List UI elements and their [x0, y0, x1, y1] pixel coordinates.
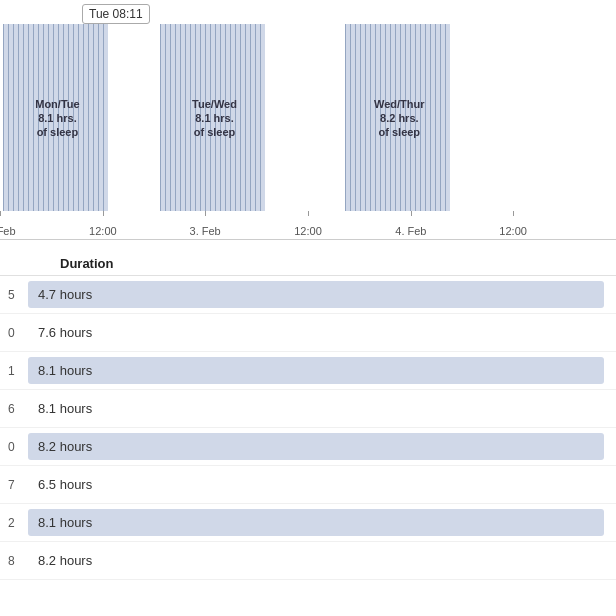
- table-row: 18.1 hours: [0, 352, 616, 390]
- time-label-3: 12:00: [294, 225, 322, 237]
- row-number: 8: [8, 554, 28, 568]
- row-number: 1: [8, 364, 28, 378]
- table-body: 54.7 hours07.6 hours18.1 hours68.1 hours…: [0, 276, 616, 580]
- table-row: 07.6 hours: [0, 314, 616, 352]
- row-number: 5: [8, 288, 28, 302]
- table-section: Duration 54.7 hours07.6 hours18.1 hours6…: [0, 240, 616, 580]
- sleep-label-1: Tue/Wed8.1 hrs.of sleep: [168, 96, 261, 139]
- table-row: 76.5 hours: [0, 466, 616, 504]
- duration-cell: 4.7 hours: [28, 281, 604, 308]
- time-label-1: 12:00: [89, 225, 117, 237]
- row-number: 0: [8, 326, 28, 340]
- time-axis: 2. Feb12:003. Feb12:004. Feb12:00: [0, 211, 616, 239]
- table-row: 08.2 hours: [0, 428, 616, 466]
- table-header: Duration: [0, 250, 616, 276]
- duration-cell: 6.5 hours: [28, 471, 604, 498]
- sleep-block-0: Mon/Tue8.1 hrs.of sleep: [3, 24, 108, 211]
- time-label-2: 3. Feb: [190, 225, 221, 237]
- sleep-label-2: Wed/Thur8.2 hrs.of sleep: [353, 96, 446, 139]
- duration-cell: 8.1 hours: [28, 509, 604, 536]
- tooltip-label: Tue 08:11: [89, 7, 143, 21]
- row-number: 7: [8, 478, 28, 492]
- row-number: 0: [8, 440, 28, 454]
- duration-cell: 8.1 hours: [28, 395, 604, 422]
- time-label-0: 2. Feb: [0, 225, 16, 237]
- chart-container: Tue 08:11 Mon/Tue8.1 hrs.of sleepTue/Wed…: [0, 0, 616, 240]
- table-row: 28.1 hours: [0, 504, 616, 542]
- sleep-block-1: Tue/Wed8.1 hrs.of sleep: [160, 24, 265, 211]
- duration-cell: 8.2 hours: [28, 547, 604, 574]
- time-label-4: 4. Feb: [395, 225, 426, 237]
- row-number: 6: [8, 402, 28, 416]
- table-row: 68.1 hours: [0, 390, 616, 428]
- tooltip: Tue 08:11: [82, 4, 150, 24]
- chart-inner: Mon/Tue8.1 hrs.of sleepTue/Wed8.1 hrs.of…: [0, 24, 616, 211]
- table-row: 88.2 hours: [0, 542, 616, 580]
- duration-cell: 7.6 hours: [28, 319, 604, 346]
- duration-cell: 8.1 hours: [28, 357, 604, 384]
- sleep-label-0: Mon/Tue8.1 hrs.of sleep: [11, 96, 104, 139]
- time-label-5: 12:00: [499, 225, 527, 237]
- table-row: 54.7 hours: [0, 276, 616, 314]
- sleep-block-2: Wed/Thur8.2 hrs.of sleep: [345, 24, 450, 211]
- duration-cell: 8.2 hours: [28, 433, 604, 460]
- row-number: 2: [8, 516, 28, 530]
